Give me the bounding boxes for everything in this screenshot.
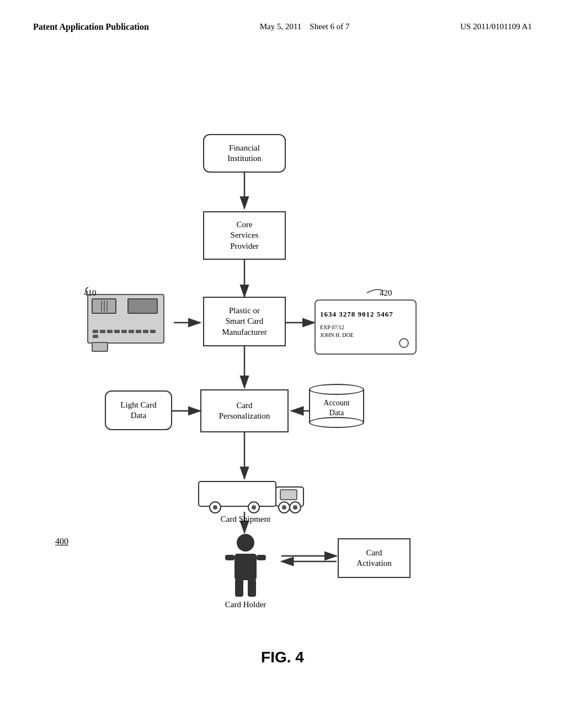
svg-rect-13 xyxy=(199,481,276,506)
figure-caption: FIG. 4 xyxy=(261,649,304,666)
account-data-cylinder: AccountData xyxy=(309,384,364,428)
ref-420-bracket xyxy=(364,285,386,296)
ref-400-label: 400 xyxy=(55,537,68,547)
card-name: JOHN H. DOE xyxy=(320,331,411,339)
svg-rect-28 xyxy=(235,579,243,597)
financial-institution-label: FinancialInstitution xyxy=(227,143,262,164)
card-machine-illustration xyxy=(82,291,173,352)
ref-410-bracket xyxy=(80,285,91,296)
person-illustration xyxy=(215,533,276,599)
diagram-area: FinancialInstitution CoreServicesProvide… xyxy=(0,49,565,688)
sheet-info: Sheet 6 of 7 xyxy=(310,22,349,31)
person-svg xyxy=(215,533,276,599)
svg-rect-26 xyxy=(225,555,234,560)
svg-point-21 xyxy=(282,505,286,510)
svg-point-19 xyxy=(252,505,256,510)
light-card-data-box: Light CardData xyxy=(105,390,172,430)
card-activation-box: CardActivation xyxy=(338,538,411,578)
truck-svg xyxy=(182,479,309,515)
publication-date: May 5, 2011 xyxy=(260,22,302,31)
svg-rect-15 xyxy=(280,490,297,500)
card-exp: EXP 07/12 xyxy=(320,324,411,331)
svg-rect-27 xyxy=(257,555,266,560)
plastic-manufacturer-label: Plastic orSmart CardManufacturer xyxy=(222,306,267,338)
svg-rect-29 xyxy=(248,579,256,597)
card-personalization-box: CardPersonalization xyxy=(200,389,289,432)
financial-institution-box: FinancialInstitution xyxy=(203,134,286,173)
svg-point-17 xyxy=(213,505,217,510)
svg-rect-25 xyxy=(234,554,257,580)
core-services-label: CoreServicesProvider xyxy=(230,220,259,252)
plastic-manufacturer-box: Plastic orSmart CardManufacturer xyxy=(203,297,286,346)
core-services-box: CoreServicesProvider xyxy=(203,211,286,260)
light-card-data-label: Light CardData xyxy=(120,400,156,421)
card-number: 1634 3278 9012 5467 xyxy=(320,309,411,319)
patent-number: US 2011/0101109 A1 xyxy=(460,22,532,31)
account-data-label: AccountData xyxy=(323,398,349,418)
credit-card-illustration: 1634 3278 9012 5467 EXP 07/12 JOHN H. DO… xyxy=(315,299,417,355)
card-activation-label: CardActivation xyxy=(356,548,391,569)
svg-point-23 xyxy=(293,505,297,510)
truck-illustration xyxy=(182,479,309,515)
card-holder-label: Card Holder xyxy=(210,600,281,609)
patent-publication-label: Patent Application Publication xyxy=(33,22,149,32)
card-personalization-label: CardPersonalization xyxy=(219,400,270,422)
svg-point-24 xyxy=(237,534,254,552)
card-shipment-label: Card Shipment xyxy=(193,515,298,524)
